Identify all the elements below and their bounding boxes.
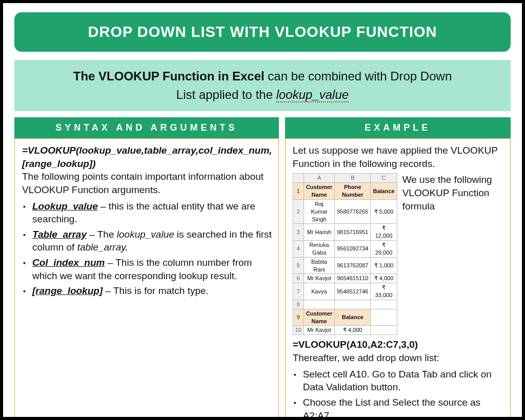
example-formula: =VLOOKUP(A10,A2:C7,3,0) [293,338,504,351]
arg-range-lookup: [range_lookup] – This is for match type. [22,284,272,298]
intro-rest1: can be combined with Drop Down [265,69,452,83]
argument-list: Lookup_value – this is the actual entity… [22,200,272,298]
step-2: Choose the List and Select the source as… [293,396,504,420]
example-spreadsheet: A B C 1Customer NamePhone NumberBalance … [293,173,397,335]
syntax-formula: =VLOOKUP(lookup_value,table_array,col_in… [22,144,272,170]
columns: SYNTAX AND ARGUMENTS =VLOOKUP(lookup_val… [14,117,511,420]
syntax-header: SYNTAX AND ARGUMENTS [14,117,279,138]
intro-lookup-word: lookup_value [276,88,349,102]
example-steps: Select cell A10. Go to Data Tab and clic… [293,368,504,420]
syntax-lead: The following points contain important i… [22,170,272,196]
intro-bold: The VLOOKUP Function in Excel [73,69,265,83]
example-side-note: We use the following VLOOKUP Function fo… [402,173,504,213]
intro-line2-prefix: List applied to the [176,88,276,101]
intro-box: The VLOOKUP Function in Excel can be com… [14,60,511,111]
arg-table-array: Table_array – The lookup_value is search… [22,228,272,254]
syntax-column: SYNTAX AND ARGUMENTS =VLOOKUP(lookup_val… [14,117,279,420]
example-after: Thereafter, we add drop down list: [293,351,504,365]
example-intro: Let us suppose we have applied the VLOOK… [293,144,504,170]
example-column: EXAMPLE Let us suppose we have applied t… [285,117,511,420]
main-title: DROP DOWN LIST WITH VLOOKUP FUNCTION [14,12,511,52]
arg-col-index: Col_index_num – This is the column numbe… [22,256,272,282]
syntax-body: =VLOOKUP(lookup_value,table_array,col_in… [14,138,279,420]
example-header: EXAMPLE [285,117,511,138]
arg-lookup-value: Lookup_value – this is the actual entity… [22,200,272,226]
step-1: Select cell A10. Go to Data Tab and clic… [293,368,504,394]
example-body: Let us suppose we have applied the VLOOK… [285,138,511,420]
